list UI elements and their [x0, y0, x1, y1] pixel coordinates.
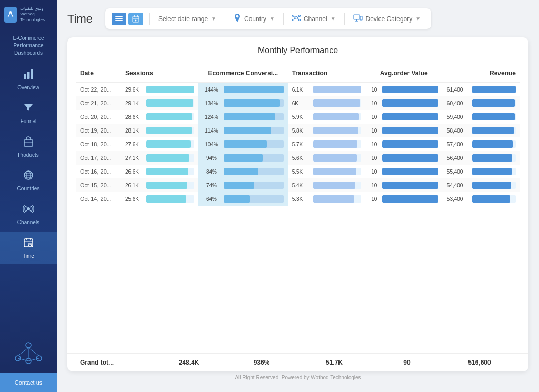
svg-point-38 — [292, 15, 294, 17]
cell-conversion: 104% — [198, 137, 288, 151]
cell-revenue: 61,400 — [443, 83, 520, 97]
channels-icon — [23, 203, 34, 217]
cell-transaction: 5.9K — [288, 110, 365, 124]
countries-icon — [23, 169, 34, 184]
svg-point-12 — [27, 207, 30, 210]
cell-date: Oct 22, 20... — [76, 83, 121, 97]
footer-transaction: 51.7K — [298, 359, 371, 366]
date-range-select[interactable]: Select date range ▼ — [154, 13, 221, 25]
page-title: Time — [67, 12, 99, 26]
cell-revenue: 53,400 — [443, 192, 520, 206]
cell-sessions: 29.1K — [121, 96, 198, 110]
date-range-text: Select date range — [158, 15, 208, 23]
cell-sessions: 26.6K — [121, 165, 198, 178]
svg-rect-5 — [24, 140, 33, 146]
cell-date: Oct 21, 20... — [76, 96, 121, 110]
col-sessions: Sessions — [121, 64, 198, 83]
filter-bar: Select date range ▼ Country ▼ — [105, 8, 431, 29]
sidebar-item-label-time: Time — [23, 253, 34, 259]
svg-rect-29 — [115, 16, 123, 17]
cell-revenue: 57,400 — [443, 137, 520, 151]
cell-date: Oct 19, 20... — [76, 124, 121, 137]
footer-sessions: 248.4K — [153, 359, 225, 366]
svg-rect-30 — [115, 18, 123, 19]
table-title: Monthly Performance — [67, 37, 528, 64]
svg-point-39 — [298, 15, 300, 17]
svg-rect-31 — [115, 20, 123, 21]
cell-avg-order: 10 — [365, 178, 443, 192]
cell-revenue: 60,400 — [443, 96, 520, 110]
cell-date: Oct 17, 20... — [76, 151, 121, 165]
cell-conversion: 114% — [198, 124, 288, 137]
cell-revenue: 54,400 — [443, 178, 520, 192]
cell-date: Oct 20, 20... — [76, 110, 121, 124]
sidebar-item-overview[interactable]: Overview — [0, 63, 57, 96]
cell-sessions: 27.1K — [121, 151, 198, 165]
cell-avg-order: 10 — [365, 96, 443, 110]
svg-point-1 — [9, 11, 12, 13]
cell-revenue: 56,400 — [443, 151, 520, 165]
contact-us-button[interactable]: Contact us — [0, 373, 57, 392]
channel-arrow: ▼ — [331, 16, 336, 22]
cell-transaction: 6K — [288, 96, 365, 110]
cell-date: Oct 16, 20... — [76, 165, 121, 178]
footer-revenue: 516,600 — [443, 359, 516, 366]
cell-avg-order: 10 — [365, 192, 443, 206]
cell-sessions: 28.1K — [121, 124, 198, 137]
footer-avg-order: 90 — [371, 359, 443, 366]
table-row: Oct 21, 20... 29.1K 134% 6K 10 60,400 — [76, 96, 520, 110]
svg-rect-3 — [27, 72, 30, 79]
cell-avg-order: 10 — [365, 83, 443, 97]
sidebar-item-label-countries: Countries — [17, 186, 40, 192]
sidebar-item-time[interactable]: Time — [0, 232, 57, 264]
table-row: Oct 22, 20... 29.6K 144% 6.1K 10 61,400 — [76, 83, 520, 97]
svg-point-36 — [135, 19, 137, 21]
cell-avg-order: 10 — [365, 165, 443, 178]
cell-conversion: 124% — [198, 110, 288, 124]
country-select[interactable]: Country ▼ — [229, 12, 279, 26]
cell-avg-order: 10 — [365, 137, 443, 151]
cell-avg-order: 10 — [365, 124, 443, 137]
svg-rect-49 — [360, 16, 362, 20]
cell-transaction: 5.4K — [288, 178, 365, 192]
list-view-button[interactable] — [112, 13, 126, 25]
sidebar-item-label-funnel: Funnel — [21, 118, 37, 124]
cell-conversion: 64% — [198, 192, 288, 206]
channel-select[interactable]: Channel ▼ — [288, 12, 340, 25]
sidebar-item-countries[interactable]: Countries — [0, 164, 57, 197]
col-transaction: Transaction — [288, 64, 365, 83]
device-select[interactable]: Device Category ▼ — [349, 12, 425, 25]
cell-date: Oct 15, 20... — [76, 178, 121, 192]
country-arrow: ▼ — [270, 16, 275, 22]
table-row: Oct 15, 20... 26.1K 74% 5.4K 10 54,400 — [76, 178, 520, 192]
table-wrapper[interactable]: Date Sessions Ecommerce Conversi... Tran… — [67, 64, 528, 353]
sidebar-item-channels[interactable]: Channels — [0, 198, 57, 230]
cell-revenue: 55,400 — [443, 165, 520, 178]
col-revenue: Revenue — [443, 64, 520, 83]
device-text: Device Category — [366, 15, 413, 23]
table-row: Oct 16, 20... 26.6K 84% 5.5K 10 55,400 — [76, 165, 520, 178]
sidebar-item-funnel[interactable]: Funnel — [0, 97, 57, 129]
filter-divider-2 — [225, 13, 225, 25]
sidebar-item-label-products: Products — [18, 152, 38, 158]
cell-transaction: 5.8K — [288, 124, 365, 137]
sidebar-item-label-channels: Channels — [17, 219, 39, 225]
svg-line-25 — [28, 348, 39, 356]
device-icon — [353, 14, 363, 23]
calendar-view-button[interactable] — [128, 13, 143, 25]
cell-conversion: 134% — [198, 96, 288, 110]
svg-line-45 — [297, 18, 298, 19]
funnel-icon — [23, 102, 34, 116]
cell-revenue: 58,400 — [443, 124, 520, 137]
time-icon — [23, 237, 34, 251]
cell-transaction: 5.5K — [288, 165, 365, 178]
svg-rect-46 — [354, 15, 360, 19]
table-row: Oct 17, 20... 27.1K 94% 5.6K 10 56,400 — [76, 151, 520, 165]
channel-text: Channel — [304, 15, 327, 23]
table-row: Oct 14, 20... 25.6K 64% 5.3K 10 53,400 — [76, 192, 520, 206]
svg-line-44 — [294, 18, 295, 19]
table-card: Monthly Performance Date Sessions Ecomme… — [67, 37, 528, 371]
country-text: Country — [244, 15, 266, 23]
sidebar-item-products[interactable]: Products — [0, 130, 57, 163]
channel-icon — [292, 14, 301, 23]
